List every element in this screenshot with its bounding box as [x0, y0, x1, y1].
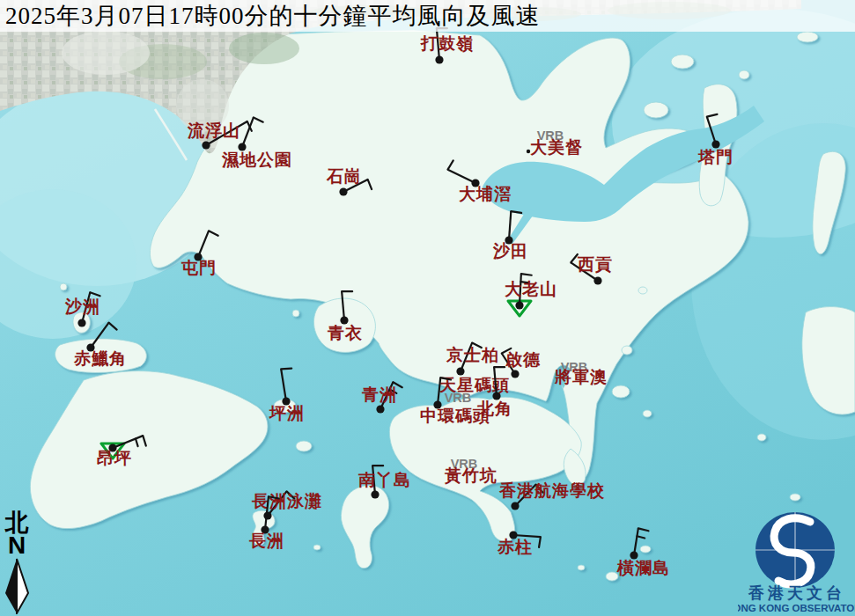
wind-barb-staff: [198, 231, 209, 257]
wind-barb-feather: [254, 117, 263, 121]
wind-barb-feather: [511, 211, 521, 213]
station-label: 昂坪: [97, 449, 132, 467]
station-label: 青衣: [327, 324, 363, 342]
wind-barb-feather: [521, 274, 532, 275]
wind-barb-feather: [368, 180, 372, 189]
station-dot: [456, 367, 464, 375]
station-green-island: 青洲: [361, 382, 402, 413]
wind-barb-feather: [571, 254, 578, 262]
station-tseung-kwan-o: VRB將軍澳: [554, 360, 608, 387]
station-label: 石崗: [326, 167, 362, 186]
station-label: 赤鱲角: [73, 349, 127, 368]
hko-logo: 香港天文台 HONG KONG OBSERVATORY: [738, 507, 855, 616]
station-dot: [515, 301, 523, 309]
station-dot: [340, 316, 348, 324]
station-wong-chuk-hang: VRB黃竹坑: [444, 457, 498, 486]
station-label: 長洲泳灘: [251, 492, 322, 510]
station-sha-tin: 沙田: [492, 211, 528, 260]
station-label: 西貢: [577, 255, 613, 274]
station-chek-lap-kok: 赤鱲角: [73, 323, 127, 369]
wind-barb-staff: [342, 291, 344, 320]
station-label: 沙洲: [64, 297, 100, 316]
wind-barb-feather: [637, 536, 645, 538]
station-tai-po-kau: 大埔滘: [448, 160, 512, 203]
wind-barb-staff: [509, 211, 511, 240]
station-label: 塔門: [697, 148, 733, 166]
station-label: 打鼓嶺: [420, 34, 474, 53]
wind-barb-feather: [638, 528, 649, 531]
station-dot: [593, 276, 601, 284]
station-label: 大老山: [505, 280, 557, 298]
wind-barb-staff: [91, 323, 109, 348]
wind-barb-staff: [448, 170, 475, 183]
station-label: 香港航海學校: [498, 481, 605, 500]
station-label: 啟德: [505, 350, 541, 369]
station-label: 濕地公園: [221, 150, 292, 169]
station-peng-chau: 坪洲: [269, 369, 305, 423]
title-band: 2025年3月07日17時00分的十分鐘平均風向及風速: [0, 0, 855, 32]
station-tuen-mun: 屯門: [181, 231, 218, 277]
wind-barb-staff: [707, 117, 716, 144]
station-label: 京士柏: [446, 346, 499, 364]
wind-barb-staff: [634, 528, 638, 555]
wind-map: 打鼓嶺流浮山濕地公園石崗VRB大美督大埔滘塔門屯門沙田西貢沙洲大老山赤鱲角青衣京…: [0, 0, 855, 616]
station-label: 沙田: [492, 242, 528, 260]
wind-barb-staff: [513, 535, 541, 537]
station-label: 將軍澳: [554, 368, 608, 386]
station-label: 大美督: [530, 138, 583, 157]
wind-barb-feather: [90, 292, 100, 296]
north-label-latin: N: [8, 533, 26, 558]
station-sha-chau: 沙洲: [64, 292, 100, 326]
station-dot: [492, 392, 500, 400]
hko-name-latin: HONG KONG OBSERVATORY: [738, 603, 855, 613]
station-lamma-island: 南丫島: [357, 466, 411, 498]
station-tai-mei-tuk: VRB大美督: [527, 128, 583, 158]
station-ta-kwu-ling: 打鼓嶺: [420, 28, 474, 63]
station-label: 青洲: [361, 385, 397, 404]
station-label: 黃竹坑: [444, 466, 498, 485]
station-dot: [511, 502, 519, 510]
station-dot: [435, 55, 443, 63]
station-ngong-ping: 昂坪: [97, 436, 146, 467]
station-label: 赤柱: [497, 538, 533, 556]
station-label: 北角: [476, 400, 512, 418]
wind-barb-feather: [136, 439, 138, 447]
station-label: 大埔滘: [459, 185, 512, 203]
station-dot: [238, 143, 246, 150]
wind-barb-feather: [281, 369, 291, 370]
station-dot: [376, 405, 384, 413]
station-dot: [202, 141, 210, 149]
station-dot: [339, 187, 347, 195]
map-title: 2025年3月07日17時00分的十分鐘平均風向及風速: [0, 0, 541, 32]
station-tap-mun: 塔門: [697, 114, 733, 166]
wind-barb-feather: [209, 231, 218, 235]
station-dot: [630, 551, 638, 559]
station-hk-sea-school: 香港航海學校: [498, 481, 605, 510]
station-label: 屯門: [181, 259, 217, 277]
wind-barb-feather: [707, 114, 718, 117]
station-label: 南丫島: [357, 471, 411, 489]
station-label: 橫瀾島: [616, 559, 670, 577]
north-indicator: 北 N: [2, 511, 32, 614]
station-tates-cairn: 大老山: [505, 274, 557, 316]
station-label: 流浮山: [187, 121, 240, 140]
station-tsing-yi: 青衣: [327, 291, 363, 342]
station-label: 長洲: [248, 532, 284, 550]
station-sai-kung: 西貢: [571, 254, 613, 285]
wind-barb-feather: [143, 436, 146, 445]
station-dot: [711, 140, 719, 148]
station-dot: [77, 319, 85, 326]
wind-barb-feather: [109, 323, 117, 330]
station-waglan-island: 橫瀾島: [616, 528, 670, 577]
wind-barb-feather: [448, 160, 453, 169]
station-kai-tak: 啟德: [502, 348, 541, 378]
wind-barb-feather: [539, 537, 541, 547]
station-stanley: 赤柱: [497, 531, 541, 556]
station-shek-kong: 石崗: [326, 167, 372, 195]
station-dot: [371, 490, 379, 498]
station-label: 坪洲: [269, 404, 305, 422]
hko-name-cjk: 香港天文台: [748, 584, 845, 602]
station-cheung-chau-beach: 長洲泳灘: [251, 491, 322, 519]
wind-barb-staff: [281, 369, 286, 401]
stations-layer: 打鼓嶺流浮山濕地公園石崗VRB大美督大埔滘塔門屯門沙田西貢沙洲大老山赤鱲角青衣京…: [0, 0, 855, 616]
